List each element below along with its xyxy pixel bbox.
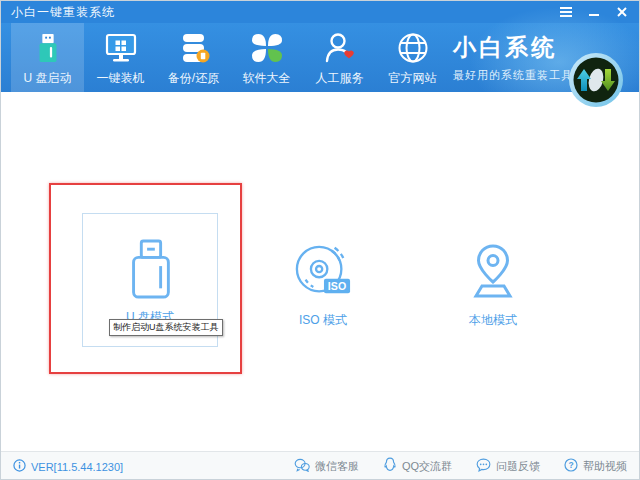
- window-title: 小白一键重装系统: [11, 4, 115, 21]
- version-info[interactable]: VER[11.5.44.1230]: [13, 459, 123, 474]
- footer-link-wechat[interactable]: 微信客服: [294, 458, 359, 476]
- software-clover-icon: [250, 31, 284, 65]
- mode-label: 本地模式: [469, 312, 517, 329]
- footer-link-label: 帮助视频: [583, 459, 627, 474]
- nav-item-official-website[interactable]: 官方网站: [376, 23, 449, 92]
- wechat-icon: [294, 458, 310, 476]
- nav-label: U 盘启动: [24, 70, 72, 87]
- recycle-arrows-logo-icon: [567, 51, 625, 109]
- footer-link-feedback[interactable]: 问题反馈: [476, 458, 540, 476]
- feedback-bubble-icon: [476, 458, 491, 476]
- mode-label: ISO 模式: [299, 312, 347, 329]
- iso-disc-icon: ISO: [293, 242, 353, 304]
- svg-text:?: ?: [568, 460, 573, 470]
- minimize-icon[interactable]: [585, 4, 603, 20]
- iso-badge-text: ISO: [328, 280, 346, 292]
- qq-icon: [383, 457, 397, 476]
- nav-item-manual-service[interactable]: 人工服务: [303, 23, 376, 92]
- window-controls: [557, 4, 631, 20]
- usb-mode-tooltip: 制作启动U盘系统安装工具: [109, 319, 223, 336]
- backup-database-icon: [177, 31, 211, 65]
- brand-name: 小白系统: [453, 32, 573, 63]
- support-person-icon: [323, 31, 357, 65]
- monitor-install-icon: [104, 31, 138, 65]
- footer-link-label: QQ交流群: [402, 459, 452, 474]
- brand-block: 小白系统 最好用的系统重装工具: [453, 32, 573, 83]
- footer-bar: VER[11.5.44.1230] 微信客服: [1, 451, 639, 480]
- nav-bar: U 盘启动 一键装机: [1, 23, 639, 92]
- usb-drive-icon: [31, 31, 65, 65]
- footer-link-label: 微信客服: [315, 459, 359, 474]
- footer-link-qq[interactable]: QQ交流群: [383, 457, 452, 476]
- footer-link-label: 问题反馈: [496, 459, 540, 474]
- nav-item-software-collection[interactable]: 软件大全: [230, 23, 303, 92]
- mode-iso[interactable]: ISO ISO 模式: [273, 242, 373, 329]
- nav-label: 备份/还原: [168, 70, 219, 87]
- version-text: VER[11.5.44.1230]: [31, 461, 123, 473]
- nav-label: 软件大全: [243, 70, 291, 87]
- close-icon[interactable]: [613, 4, 631, 20]
- location-pin-icon: [463, 242, 523, 304]
- brand-slogan: 最好用的系统重装工具: [453, 68, 573, 83]
- footer-links: 微信客服 QQ交流群 问题反馈: [294, 457, 627, 476]
- mode-local[interactable]: 本地模式: [443, 242, 543, 329]
- main-content: U 盘模式 制作启动U盘系统安装工具 ISO IS: [1, 92, 639, 451]
- usb-flash-outline-icon: [121, 238, 179, 304]
- menu-icon[interactable]: [557, 4, 575, 20]
- nav-item-backup-restore[interactable]: 备份/还原: [157, 23, 230, 92]
- nav-label: 一键装机: [97, 70, 145, 87]
- footer-link-help[interactable]: ? 帮助视频: [564, 458, 627, 476]
- nav-label: 人工服务: [316, 70, 364, 87]
- title-bar: 小白一键重装系统: [1, 1, 639, 23]
- nav-item-one-click-install[interactable]: 一键装机: [84, 23, 157, 92]
- website-globe-icon: [396, 31, 430, 65]
- info-icon: [13, 459, 26, 474]
- nav-item-usb-boot[interactable]: U 盘启动: [11, 23, 84, 92]
- help-circle-icon: ?: [564, 458, 578, 476]
- nav-items: U 盘启动 一键装机: [11, 23, 449, 92]
- nav-label: 官方网站: [389, 70, 437, 87]
- app-window: 小白一键重装系统: [0, 0, 640, 480]
